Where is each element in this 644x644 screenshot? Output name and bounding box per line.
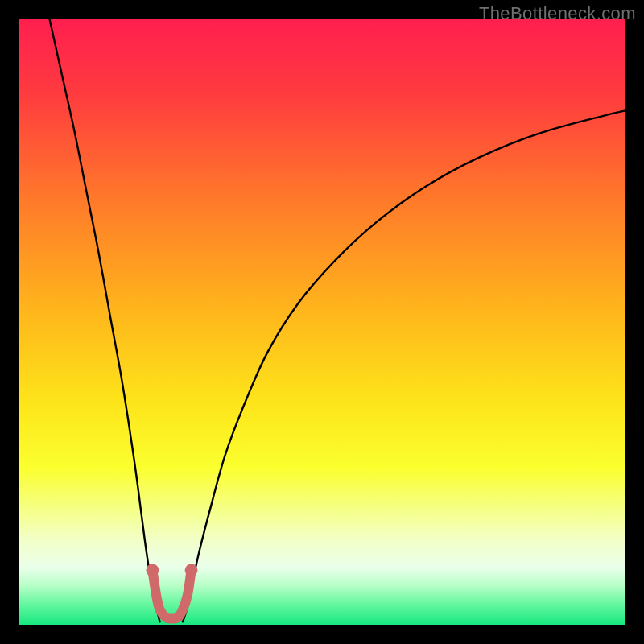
valley-marker-curve [152, 570, 191, 618]
right-branch-curve [183, 111, 625, 622]
valley-marker-dot [185, 564, 198, 576]
valley-marker-dots [147, 564, 198, 576]
valley-marker-dot [147, 564, 159, 576]
chart-container: TheBottleneck.com [0, 0, 644, 644]
plot-area [19, 19, 625, 625]
curve-layer [19, 19, 625, 625]
watermark-text: TheBottleneck.com [479, 3, 636, 24]
left-branch-curve [50, 19, 160, 621]
